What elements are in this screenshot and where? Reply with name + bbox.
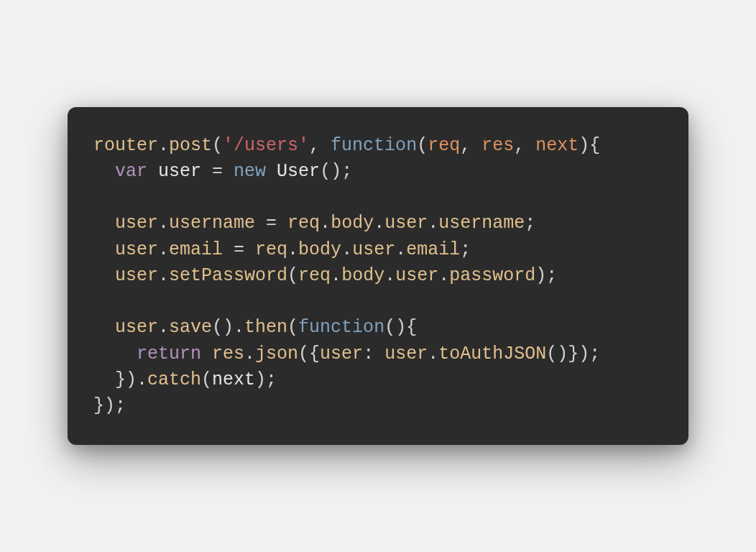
code-token: User [277, 161, 320, 182]
code-token: (); [320, 161, 352, 182]
code-token: username [438, 213, 525, 234]
code-token: user [115, 265, 158, 286]
code-token: ( [287, 317, 298, 338]
code-token: email [169, 239, 223, 260]
code-token: next [535, 135, 578, 156]
code-token: . [320, 213, 331, 234]
code-token: new [234, 161, 266, 182]
code-token: setPassword [169, 265, 287, 286]
code-token: ()}); [546, 344, 600, 364]
code-snippet-card: router.post('/users', function(req, res,… [68, 107, 688, 446]
code-token: ); [535, 265, 557, 286]
code-token: req [255, 239, 287, 260]
code-token: ({ [298, 344, 320, 364]
code-token: user [395, 265, 438, 286]
code-token: . [395, 239, 406, 260]
code-token: . [158, 213, 169, 234]
code-token: . [158, 265, 169, 286]
code-token: req [287, 213, 320, 234]
code-token: function [298, 317, 384, 338]
code-token: res [481, 135, 514, 156]
code-token: . [158, 135, 169, 156]
code-token: '/users' [223, 135, 309, 156]
code-token [93, 239, 115, 260]
code-token [93, 344, 137, 364]
code-token: return [137, 344, 201, 364]
code-token: . [244, 344, 255, 364]
code-token [147, 161, 158, 182]
code-token: = [255, 213, 287, 234]
code-token: ( [417, 135, 428, 156]
code-token: (). [212, 317, 244, 338]
code-token: json [255, 344, 298, 364]
code-token: toAuthJSON [438, 344, 546, 364]
code-token: . [428, 344, 438, 364]
code-token: user [115, 317, 158, 338]
code-token: post [169, 135, 212, 156]
code-token: . [374, 213, 384, 234]
code-token: user [115, 239, 158, 260]
code-token: function [331, 135, 417, 156]
code-token: . [341, 239, 352, 260]
code-token: req [428, 135, 460, 156]
code-token: user [384, 213, 428, 234]
code-token: : [363, 344, 384, 364]
code-token [93, 213, 115, 234]
code-token: body [298, 239, 341, 260]
code-token: req [298, 265, 331, 286]
code-token: , [309, 135, 331, 156]
code-token: password [449, 265, 535, 286]
code-token: ){ [578, 135, 600, 156]
code-token: ; [525, 213, 535, 234]
code-token: }). [93, 369, 147, 390]
code-token [93, 161, 115, 182]
code-token: router [93, 135, 158, 156]
code-token: res [212, 344, 244, 364]
code-token: = [223, 239, 255, 260]
code-token: ( [287, 265, 298, 286]
code-token: email [406, 239, 460, 260]
code-token [266, 161, 277, 182]
code-token: ( [212, 135, 223, 156]
code-token: user [352, 239, 395, 260]
code-token: , [460, 135, 481, 156]
code-token: var [115, 161, 147, 182]
code-token: user [384, 344, 428, 364]
code-token: }); [93, 395, 126, 416]
code-token [93, 317, 115, 338]
code-block: router.post('/users', function(req, res,… [93, 133, 663, 420]
code-token: save [169, 317, 212, 338]
code-token: catch [147, 369, 201, 390]
code-token: . [331, 265, 341, 286]
code-token: user [320, 344, 363, 364]
code-token: user [115, 213, 158, 234]
code-token: next [212, 369, 255, 390]
code-token: (){ [384, 317, 417, 338]
code-token: . [428, 213, 438, 234]
code-token: , [514, 135, 535, 156]
code-token: . [384, 265, 395, 286]
code-token: ); [255, 369, 277, 390]
code-token: . [158, 239, 169, 260]
code-token: ; [460, 239, 471, 260]
code-token: = [201, 161, 234, 182]
code-token: . [287, 239, 298, 260]
code-token [201, 344, 212, 364]
code-token: . [438, 265, 449, 286]
code-token: then [244, 317, 287, 338]
code-token: username [169, 213, 255, 234]
code-token: . [158, 317, 169, 338]
code-token: body [341, 265, 384, 286]
code-token: user [158, 161, 201, 182]
code-token [93, 265, 115, 286]
code-token: body [331, 213, 374, 234]
code-token: ( [201, 369, 212, 390]
